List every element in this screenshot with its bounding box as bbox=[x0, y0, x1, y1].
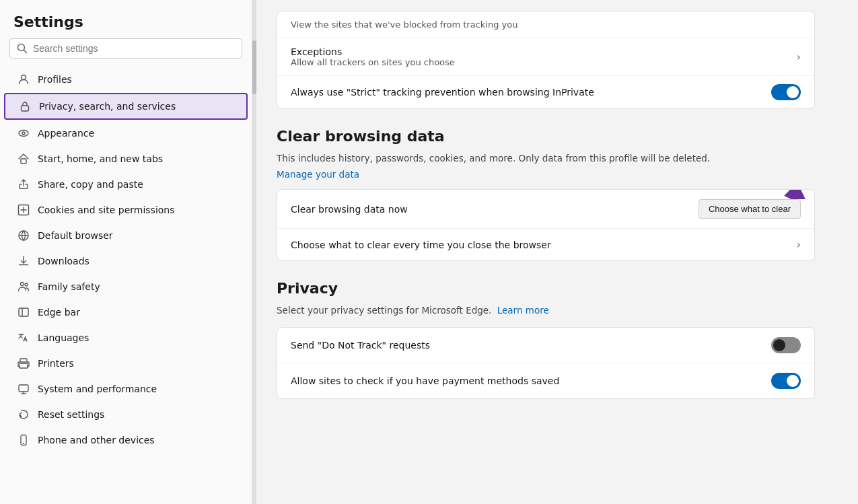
svg-point-17 bbox=[23, 443, 24, 444]
sidebar-item-label-languages: Languages bbox=[38, 332, 89, 343]
sidebar-item-family-safety[interactable]: Family safety bbox=[4, 275, 248, 299]
exceptions-row[interactable]: Exceptions Allow all trackers on sites y… bbox=[277, 38, 814, 76]
cookie-icon bbox=[17, 204, 30, 216]
svg-point-5 bbox=[22, 132, 25, 135]
svg-point-9 bbox=[21, 283, 24, 286]
search-box[interactable] bbox=[9, 38, 242, 59]
tracking-card: View the sites that we've blocked from t… bbox=[277, 11, 815, 109]
sidebar-item-appearance[interactable]: Appearance bbox=[4, 121, 248, 145]
sidebar-item-label-appearance: Appearance bbox=[38, 128, 94, 139]
lock-icon bbox=[19, 100, 31, 112]
sidebar-item-start-home[interactable]: Start, home, and new tabs bbox=[4, 147, 248, 171]
person-icon bbox=[17, 73, 30, 85]
sidebar-item-label-phone: Phone and other devices bbox=[38, 435, 155, 445]
sidebar-item-default-browser[interactable]: Default browser bbox=[4, 223, 248, 248]
strict-label: Always use "Strict" tracking prevention … bbox=[291, 87, 594, 98]
svg-point-10 bbox=[25, 283, 28, 286]
payment-methods-toggle[interactable] bbox=[771, 373, 801, 389]
clear-browsing-desc: This includes history, passwords, cookie… bbox=[277, 151, 815, 165]
clear-browsing-card: Clear browsing data now Choose what to c… bbox=[277, 189, 815, 261]
sidebar-item-label-edge-bar: Edge bar bbox=[38, 307, 80, 318]
reset-icon bbox=[17, 408, 30, 421]
svg-rect-11 bbox=[19, 308, 28, 316]
svg-line-1 bbox=[24, 50, 27, 53]
privacy-desc: Select your privacy settings for Microso… bbox=[277, 303, 815, 317]
sidebar-item-label-system: System and performance bbox=[38, 384, 157, 394]
exceptions-label: Exceptions bbox=[291, 46, 455, 57]
exceptions-desc: Allow all trackers on sites you choose bbox=[291, 57, 455, 67]
manage-data-link[interactable]: Manage your data bbox=[277, 169, 359, 180]
sidebar-item-label-downloads: Downloads bbox=[38, 256, 90, 266]
svg-rect-6 bbox=[21, 159, 26, 164]
svg-point-4 bbox=[19, 131, 28, 137]
svg-rect-14 bbox=[20, 363, 28, 368]
clear-on-close-label: Choose what to clear every time you clos… bbox=[291, 240, 551, 250]
sidebar-item-phone[interactable]: Phone and other devices bbox=[4, 428, 248, 452]
sidebar-item-downloads[interactable]: Downloads bbox=[4, 249, 248, 273]
sidebar-item-label-start-home: Start, home, and new tabs bbox=[38, 153, 163, 164]
sidebar-item-system[interactable]: System and performance bbox=[4, 377, 248, 401]
learn-more-link[interactable]: Learn more bbox=[497, 305, 549, 316]
do-not-track-toggle[interactable] bbox=[771, 337, 801, 353]
sidebar-item-reset[interactable]: Reset settings bbox=[4, 402, 248, 427]
sidebar-item-label-family-safety: Family safety bbox=[38, 281, 100, 292]
sidebar-item-label-privacy: Privacy, search, and services bbox=[39, 101, 176, 112]
svg-rect-15 bbox=[19, 385, 28, 392]
family-icon bbox=[17, 281, 30, 293]
choose-what-to-clear-button[interactable]: Choose what to clear bbox=[699, 199, 801, 219]
do-not-track-label: Send "Do Not Track" requests bbox=[291, 340, 430, 351]
svg-rect-13 bbox=[20, 359, 27, 362]
sidebar-item-label-cookies: Cookies and site permissions bbox=[38, 205, 175, 215]
browser-icon bbox=[17, 229, 30, 242]
payment-methods-label: Allow sites to check if you have payment… bbox=[291, 375, 559, 386]
arrow-container: Choose what to clear bbox=[699, 199, 801, 219]
sidebar-item-label-printers: Printers bbox=[38, 358, 74, 369]
sidebar-icon bbox=[17, 306, 30, 318]
payment-methods-row: Allow sites to check if you have payment… bbox=[277, 363, 814, 398]
do-not-track-row: Send "Do Not Track" requests bbox=[277, 328, 814, 363]
sidebar-item-languages[interactable]: Languages bbox=[4, 326, 248, 350]
annotation-arrow bbox=[727, 189, 808, 199]
phone-icon bbox=[17, 434, 30, 446]
clear-now-label: Clear browsing data now bbox=[291, 204, 408, 215]
sidebar-item-edge-bar[interactable]: Edge bar bbox=[4, 300, 248, 324]
sidebar-item-label-reset: Reset settings bbox=[38, 409, 104, 420]
tracking-view-row: View the sites that we've blocked from t… bbox=[277, 11, 814, 38]
main-content: View the sites that we've blocked from t… bbox=[256, 0, 858, 504]
sidebar: Settings Profiles Privacy, search, and s… bbox=[0, 0, 252, 504]
sidebar-item-printers[interactable]: Printers bbox=[4, 351, 248, 375]
sidebar-item-label-default-browser: Default browser bbox=[38, 230, 113, 241]
printer-icon bbox=[17, 357, 30, 369]
strict-toggle[interactable] bbox=[771, 84, 801, 100]
search-input[interactable] bbox=[33, 43, 235, 54]
home-icon bbox=[17, 153, 30, 165]
privacy-card: Send "Do Not Track" requests Allow sites… bbox=[277, 327, 815, 399]
exceptions-info: Exceptions Allow all trackers on sites y… bbox=[291, 46, 455, 67]
sidebar-item-profiles[interactable]: Profiles bbox=[4, 67, 248, 92]
privacy-heading: Privacy bbox=[277, 280, 815, 297]
clear-browsing-heading: Clear browsing data bbox=[277, 128, 815, 145]
download-icon bbox=[17, 255, 30, 267]
clear-on-close-chevron-icon: › bbox=[797, 238, 801, 251]
system-icon bbox=[17, 383, 30, 395]
sidebar-item-share-copy[interactable]: Share, copy and paste bbox=[4, 172, 248, 196]
sidebar-item-cookies[interactable]: Cookies and site permissions bbox=[4, 198, 248, 222]
sidebar-item-privacy[interactable]: Privacy, search, and services bbox=[4, 93, 248, 120]
clear-on-close-row[interactable]: Choose what to clear every time you clos… bbox=[277, 229, 814, 260]
search-icon bbox=[17, 43, 28, 54]
eye-icon bbox=[17, 127, 30, 139]
strict-tracking-row: Always use "Strict" tracking prevention … bbox=[277, 76, 814, 108]
page-title: Settings bbox=[0, 0, 252, 38]
svg-point-2 bbox=[22, 75, 26, 80]
share-icon bbox=[17, 178, 30, 190]
sidebar-item-label-share-copy: Share, copy and paste bbox=[38, 179, 143, 190]
sidebar-item-label-profiles: Profiles bbox=[38, 74, 72, 85]
clear-now-row: Clear browsing data now Choose what to c… bbox=[277, 190, 814, 229]
language-icon bbox=[17, 332, 30, 344]
svg-rect-3 bbox=[22, 106, 29, 111]
tracking-view-text: View the sites that we've blocked from t… bbox=[291, 20, 517, 30]
exceptions-chevron-icon: › bbox=[797, 50, 801, 63]
